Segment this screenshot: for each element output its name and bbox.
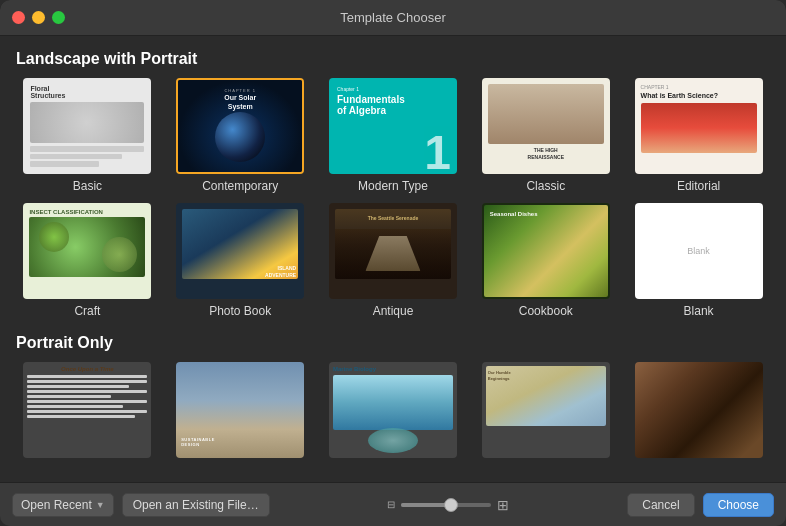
template-label-modern-type: Modern Type <box>358 179 428 193</box>
template-item-antique[interactable]: The Seattle Serenade Antique <box>322 203 465 318</box>
template-item-sustainable[interactable]: SUSTAINABLEDESIGN <box>169 362 312 458</box>
open-existing-label: Open an Existing File… <box>133 498 259 512</box>
traffic-lights <box>12 11 65 24</box>
template-label-contemporary: Contemporary <box>202 179 278 193</box>
template-thumb-contemporary: CHAPTER 1 Our SolarSystem <box>176 78 304 174</box>
template-thumb-humble: Our HumbleBeginnings <box>482 362 610 458</box>
chevron-down-icon: ▼ <box>96 500 105 510</box>
template-label-classic: Classic <box>526 179 565 193</box>
section-header-landscape: Landscape with Portrait <box>16 50 770 68</box>
template-item-craft[interactable]: INSECT CLASSIFICATION Craft <box>16 203 159 318</box>
template-thumb-basic: FloralStructures <box>23 78 151 174</box>
zoom-slider-area: ⊟ ⊞ <box>387 497 509 513</box>
template-item-cookbook[interactable]: Seasonal Dishes Cookbook <box>474 203 617 318</box>
slider-thumb[interactable] <box>444 498 458 512</box>
main-content: Landscape with Portrait FloralStructures… <box>0 36 786 482</box>
section-header-portrait: Portrait Only <box>16 334 770 352</box>
template-label-cookbook: Cookbook <box>519 304 573 318</box>
portrait-template-grid: Once Upon a Time SUSTAINABLEDESIGN <box>16 362 770 458</box>
template-thumb-guitar <box>635 362 763 458</box>
zoom-out-icon: ⊟ <box>387 499 395 510</box>
template-thumb-sustainable: SUSTAINABLEDESIGN <box>176 362 304 458</box>
template-thumb-craft: INSECT CLASSIFICATION <box>23 203 151 299</box>
template-thumb-once-upon: Once Upon a Time <box>23 362 151 458</box>
template-item-marine-biology[interactable]: Marine Biology <box>322 362 465 458</box>
template-label-antique: Antique <box>373 304 414 318</box>
template-item-basic[interactable]: FloralStructures Basic <box>16 78 159 193</box>
minimize-button[interactable] <box>32 11 45 24</box>
maximize-button[interactable] <box>52 11 65 24</box>
template-item-modern-type[interactable]: Chapter 1 Fundamentalsof Algebra 1 Moder… <box>322 78 465 193</box>
template-item-humble[interactable]: Our HumbleBeginnings <box>474 362 617 458</box>
template-thumb-classic: THE HIGHRENAISSANCE <box>482 78 610 174</box>
template-item-photo-book[interactable]: ISLANDADVENTURE Photo Book <box>169 203 312 318</box>
template-thumb-photobook: ISLANDADVENTURE <box>176 203 304 299</box>
template-thumb-editorial: CHAPTER 1 What is Earth Science? <box>635 78 763 174</box>
template-item-contemporary[interactable]: CHAPTER 1 Our SolarSystem Contemporary <box>169 78 312 193</box>
titlebar: Template Chooser <box>0 0 786 36</box>
close-button[interactable] <box>12 11 25 24</box>
template-item-editorial[interactable]: CHAPTER 1 What is Earth Science? Editori… <box>627 78 770 193</box>
zoom-slider[interactable] <box>401 503 491 507</box>
template-thumb-cookbook: Seasonal Dishes <box>482 203 610 299</box>
landscape-template-grid: FloralStructures Basic CHAPTER 1 Our Sol… <box>16 78 770 318</box>
template-item-classic[interactable]: THE HIGHRENAISSANCE Classic <box>474 78 617 193</box>
template-thumb-modern: Chapter 1 Fundamentalsof Algebra 1 <box>329 78 457 174</box>
bottom-bar: Open Recent ▼ Open an Existing File… ⊟ ⊞… <box>0 482 786 526</box>
choose-button[interactable]: Choose <box>703 493 774 517</box>
template-label-editorial: Editorial <box>677 179 720 193</box>
cancel-label: Cancel <box>642 498 679 512</box>
template-item-once-upon[interactable]: Once Upon a Time <box>16 362 159 458</box>
zoom-in-icon: ⊞ <box>497 497 509 513</box>
cancel-button[interactable]: Cancel <box>627 493 694 517</box>
window-title: Template Chooser <box>340 10 446 25</box>
template-item-guitar[interactable] <box>627 362 770 458</box>
template-thumb-antique: The Seattle Serenade <box>329 203 457 299</box>
template-label-blank: Blank <box>684 304 714 318</box>
template-thumb-marine-biology: Marine Biology <box>329 362 457 458</box>
open-recent-button[interactable]: Open Recent ▼ <box>12 493 114 517</box>
template-label-craft: Craft <box>74 304 100 318</box>
open-recent-label: Open Recent <box>21 498 92 512</box>
template-item-blank[interactable]: Blank Blank <box>627 203 770 318</box>
template-label-photo-book: Photo Book <box>209 304 271 318</box>
template-label-basic: Basic <box>73 179 102 193</box>
template-thumb-blank: Blank <box>635 203 763 299</box>
choose-label: Choose <box>718 498 759 512</box>
open-existing-button[interactable]: Open an Existing File… <box>122 493 270 517</box>
